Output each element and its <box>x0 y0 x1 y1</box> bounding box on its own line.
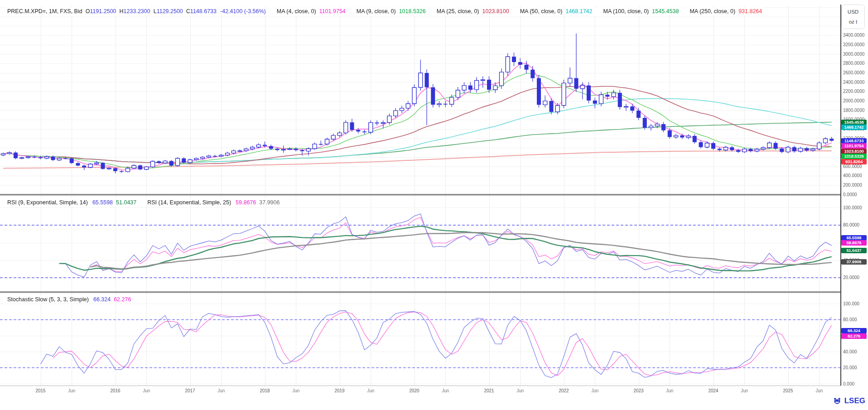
value-badge: 66.324 <box>841 328 867 333</box>
axis-tick-label: 100.000 <box>843 301 859 306</box>
currency-unit: USD <box>848 9 858 14</box>
value-badge: 1101.9754 <box>841 143 867 149</box>
net-change: -42.4100 (-3.56%) <box>220 7 266 15</box>
time-axis-label: 2021 <box>484 388 494 393</box>
value-badge: 931.8264 <box>841 159 867 164</box>
time-axis-label: 2022 <box>559 388 569 393</box>
ma-legend-label: MA (4, close, 0) <box>277 7 316 15</box>
time-axis-label: 2019 <box>334 388 344 393</box>
chart-application: PREC.M.XPD=, 1M, FXS, Bid O1191.2500H123… <box>0 0 868 410</box>
value-badge: 59.8676 <box>841 240 867 246</box>
ma-legend-value: 931.8264 <box>738 7 762 15</box>
ma-legend-entry[interactable]: MA (9, close, 0)1018.5326 <box>357 7 426 15</box>
axis-tick-label: 80.0000 <box>843 222 859 227</box>
value-badge: 1468.1742 <box>841 125 867 130</box>
rsi2-value: 59.8676 <box>236 198 256 207</box>
ma-legend-entry[interactable]: MA (25, close, 0)1023.8100 <box>437 7 509 15</box>
rsi1-ma-value: 51.0437 <box>116 198 136 207</box>
axis-tick-label: 1800.0000 <box>843 108 864 113</box>
stoch-k-value: 66.324 <box>93 295 111 304</box>
time-axis-label: 2017 <box>185 388 195 393</box>
time-axis-label: 2015 <box>35 388 45 393</box>
ma-legend-label: MA (250, close, 0) <box>690 7 735 15</box>
value-badge: 62.276 <box>841 333 867 339</box>
ohlc-item: C1148.6733 <box>186 8 217 14</box>
time-axis-label: Jun <box>292 388 299 393</box>
axis-tick-label: 100.0000 <box>843 205 862 210</box>
ma-legend-label: MA (9, close, 0) <box>357 7 396 15</box>
time-axis-label: 2018 <box>260 388 270 393</box>
axis-tick-label: 2200.0000 <box>843 89 864 94</box>
value-badge: 37.9906 <box>841 259 867 265</box>
ma-legend-value: 1545.4538 <box>652 7 679 15</box>
ma-legend-label: MA (50, close, 0) <box>520 7 563 15</box>
time-axis-label: Jun <box>442 388 449 393</box>
time-axis-label: Jun <box>815 388 823 393</box>
ma-legend-value: 1023.8100 <box>482 7 509 15</box>
rsi2-label: RSI (14, Exponential, Simple, 25) <box>147 198 231 207</box>
ma-legend-value: 1468.1742 <box>565 7 592 15</box>
value-badge: 1023.8100 <box>841 149 867 154</box>
axis-tick-label: 2600.0000 <box>843 70 864 75</box>
ohlc-values: O1191.2500H1233.2300L1129.2500C1148.6733 <box>82 7 217 15</box>
axis-tick-label: 20.000 <box>843 365 857 370</box>
lseg-logo-text: LSEG <box>844 396 865 405</box>
axis-tick-label: 40.000 <box>843 349 857 354</box>
time-axis-label: 2020 <box>409 388 419 393</box>
axis-tick-label: 3200.0000 <box>843 42 864 47</box>
value-badge: 1545.4538 <box>841 120 867 125</box>
axis-tick-label: 200.0000 <box>843 183 862 188</box>
axis-tick-label: 0.000 <box>843 381 854 386</box>
axis-tick-label: 2400.0000 <box>843 80 864 85</box>
axis-tick-label: 80.000 <box>843 317 857 322</box>
ohlc-item: L1129.2500 <box>154 8 183 14</box>
axis-tick-label: 2800.0000 <box>843 61 864 66</box>
time-axis-label: Jun <box>516 388 524 393</box>
axis-tick-label: 2000.0000 <box>843 98 864 103</box>
ma-legend-entries: MA (4, close, 0)1101.9754MA (9, close, 0… <box>266 7 762 15</box>
value-badge: 65.5598 <box>841 235 867 241</box>
instrument-title: PREC.M.XPD=, 1M, FXS, Bid <box>7 7 82 15</box>
rsi1-value: 65.5598 <box>92 198 113 207</box>
time-axis-label: Jun <box>666 388 673 393</box>
axis-tick-label: 3000.0000 <box>843 52 864 57</box>
time-axis-label: 2023 <box>633 388 643 393</box>
weight-unit: oz t <box>849 19 858 24</box>
ma-legend-entry[interactable]: MA (50, close, 0)1468.1742 <box>520 7 593 15</box>
ma-legend-entry[interactable]: MA (4, close, 0)1101.9754 <box>277 7 346 15</box>
axis-unit-box[interactable]: USD oz t <box>841 5 865 29</box>
stoch-d-value: 62.276 <box>114 295 131 304</box>
ma-legend-value: 1018.5326 <box>399 7 426 15</box>
ohlc-item: O1191.2500 <box>86 8 116 14</box>
stoch-label: Stochastic Slow (5, 3, 3, Simple) <box>7 295 89 304</box>
time-axis-label: Jun <box>68 388 75 393</box>
value-badge: 51.0437 <box>841 248 867 253</box>
value-badge: 1018.5326 <box>841 154 867 159</box>
ma-legend-entry[interactable]: MA (250, close, 0)931.8264 <box>690 7 762 15</box>
axis-tick-label: 3400.0000 <box>843 33 864 38</box>
ma-legend-value: 1101.9754 <box>319 7 346 15</box>
rsi2-ma-value: 37.9906 <box>259 198 280 207</box>
time-axis-label: Jun <box>217 388 225 393</box>
axis-tick-label: 20.0000 <box>843 275 859 280</box>
axis-tick-label: 0.0000 <box>843 192 857 197</box>
stochastic-legend[interactable]: Stochastic Slow (5, 3, 3, Simple) 66.324… <box>5 295 133 304</box>
rsi-legend[interactable]: RSI (9, Exponential, Simple, 14) 65.5598… <box>5 198 281 207</box>
time-axis-label: Jun <box>143 388 150 393</box>
time-axis-label: Jun <box>591 388 598 393</box>
ma-legend-entry[interactable]: MA (100, close, 0)1545.4538 <box>603 7 679 15</box>
ohlc-item: H1233.2300 <box>120 8 150 14</box>
axis-tick-label: 600.0000 <box>843 164 862 169</box>
time-axis-label: 2025 <box>783 388 793 393</box>
time-axis-label: 2016 <box>110 388 120 393</box>
axis-tick-label: 400.0000 <box>843 173 862 178</box>
lseg-logo: LSEG <box>832 396 865 406</box>
time-axis-label: Jun <box>367 388 374 393</box>
rsi1-label: RSI (9, Exponential, Simple, 14) <box>7 198 88 207</box>
ma-legend-label: MA (25, close, 0) <box>437 7 479 15</box>
time-axis-label: Jun <box>741 388 748 393</box>
ma-legend-label: MA (100, close, 0) <box>603 7 649 15</box>
instrument-legend[interactable]: PREC.M.XPD=, 1M, FXS, Bid O1191.2500H123… <box>5 7 764 15</box>
value-badge: 1148.6733 <box>841 138 867 144</box>
lseg-crest-icon <box>832 396 842 406</box>
